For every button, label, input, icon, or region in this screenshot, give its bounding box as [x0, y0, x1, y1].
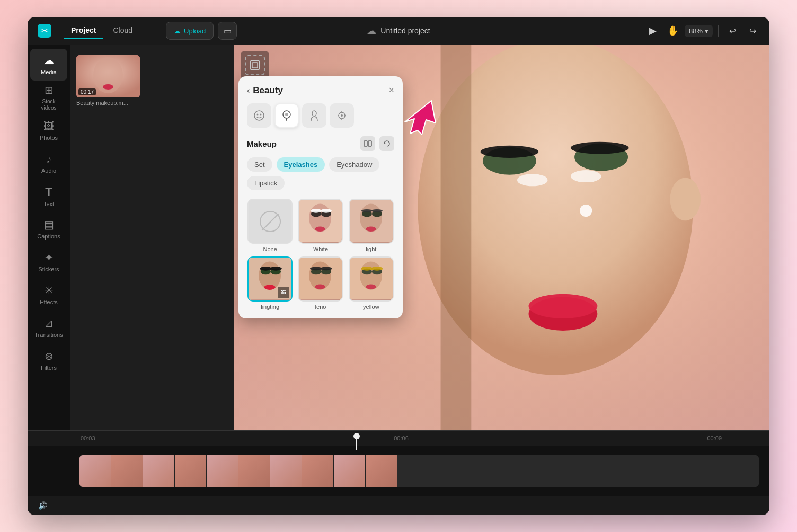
- timeline-tracks[interactable]: [28, 446, 769, 496]
- sidebar-item-effects[interactable]: ✳ Effects: [30, 279, 67, 311]
- sidebar-item-text[interactable]: T Text: [30, 180, 67, 212]
- makeup-item-none[interactable]: None: [247, 199, 293, 252]
- track-thumb-9: [334, 455, 366, 487]
- device-upload-button[interactable]: ▭: [218, 22, 237, 40]
- sidebar-label-photos: Photos: [40, 135, 58, 141]
- makeup-section-title: Makeup: [247, 139, 277, 148]
- sidebar-item-photos[interactable]: 🖼 Photos: [30, 114, 67, 146]
- audio-icon: ♪: [46, 153, 51, 165]
- yellow-face-svg: [350, 256, 393, 300]
- makeup-header: Makeup: [247, 136, 394, 151]
- sidebar-label-stock-videos: Stockvideos: [41, 99, 57, 111]
- transitions-icon: ⊿: [45, 317, 54, 330]
- text-icon: T: [45, 185, 52, 199]
- stickers-icon: ✦: [45, 251, 54, 264]
- zoom-control[interactable]: 88% ▾: [685, 25, 713, 37]
- captions-icon: ▤: [44, 218, 54, 231]
- timeline-area: 00:03 00:06 00:09 �: [28, 430, 769, 515]
- svg-rect-32: [368, 141, 371, 146]
- svg-point-20: [260, 114, 262, 116]
- edit-overlay-icon[interactable]: [278, 287, 289, 298]
- app-container: ✂ Project Cloud ☁ Upload ▭ ☁ Untitled pr…: [28, 17, 769, 515]
- sidebar-item-stickers[interactable]: ✦ Stickers: [30, 246, 67, 278]
- svg-rect-31: [364, 141, 367, 146]
- undo-button[interactable]: ↩: [724, 22, 741, 39]
- beauty-back-button[interactable]: ‹ Beauty: [247, 85, 283, 96]
- preview-canvas: Ratio ‹ Beauty ×: [234, 45, 769, 430]
- svg-rect-17: [252, 63, 258, 68]
- light-face-svg: [350, 199, 393, 243]
- svg-point-45: [371, 209, 383, 212]
- project-title[interactable]: Untitled project: [380, 26, 430, 35]
- sidebar-item-media[interactable]: ☁ Media: [30, 49, 67, 81]
- tab-cloud[interactable]: Cloud: [105, 23, 140, 39]
- upload-button[interactable]: ☁ Upload: [166, 22, 214, 40]
- sidebar-item-captions[interactable]: ▤ Captions: [30, 213, 67, 245]
- ruler-marks: 00:03 00:06 00:09: [81, 435, 722, 441]
- svg-point-53: [264, 285, 276, 290]
- makeup-item-lingting[interactable]: lingting: [247, 256, 293, 310]
- sliders-icon: [280, 289, 287, 296]
- filter-eyeshadow[interactable]: Eyeshadow: [329, 157, 379, 172]
- makeup-item-yellow[interactable]: yellow: [348, 256, 394, 310]
- svg-point-39: [315, 226, 325, 232]
- makeup-face-yellow: [350, 258, 393, 300]
- makeup-item-white[interactable]: White: [297, 199, 343, 252]
- beauty-cat-body[interactable]: [302, 103, 326, 128]
- top-bar: ✂ Project Cloud ☁ Upload ▭ ☁ Untitled pr…: [28, 17, 769, 45]
- makeup-face-white: [299, 200, 342, 243]
- svg-rect-14: [441, 45, 472, 430]
- reset-icon: [383, 139, 391, 148]
- ruler-mark-1: 00:06: [394, 435, 409, 441]
- tab-project[interactable]: Project: [64, 23, 103, 39]
- svg-point-56: [282, 290, 284, 292]
- filter-set[interactable]: Set: [247, 157, 272, 172]
- hand-tool-button[interactable]: ✋: [665, 22, 681, 39]
- makeup-face-light: [350, 200, 393, 243]
- sidebar-item-audio[interactable]: ♪ Audio: [30, 147, 67, 179]
- sidebar-item-transitions[interactable]: ⊿ Transitions: [30, 312, 67, 343]
- sidebar-item-stock-videos[interactable]: ⊞ Stockvideos: [30, 82, 67, 113]
- toolbar-divider: [718, 25, 719, 37]
- leno-face-svg: [299, 256, 342, 300]
- makeup-face-leno: [299, 258, 342, 300]
- play-mode-button[interactable]: ▶: [644, 22, 661, 39]
- playhead[interactable]: [356, 435, 357, 450]
- volume-icon[interactable]: 🔊: [38, 501, 47, 510]
- makeup-thumb-yellow: [349, 256, 394, 302]
- makeup-label-leno: leno: [315, 304, 326, 310]
- beauty-cat-makeup[interactable]: [274, 103, 299, 128]
- beauty-cat-style[interactable]: [330, 103, 354, 128]
- track-thumb-2: [111, 455, 143, 487]
- makeup-thumb-leno: [298, 256, 343, 302]
- makeup-actions: [360, 136, 394, 151]
- svg-point-19: [257, 114, 259, 116]
- filters-icon: ⊛: [45, 350, 54, 362]
- track-thumb-6: [238, 455, 270, 487]
- redo-button[interactable]: ↪: [744, 22, 761, 39]
- media-icon: ☁: [43, 54, 54, 67]
- makeup-cat-icon: [280, 109, 293, 122]
- filter-lipstick[interactable]: Lipstick: [247, 176, 285, 190]
- sidebar-label-audio: Audio: [41, 167, 56, 174]
- beauty-cat-face[interactable]: [247, 103, 271, 128]
- filter-eyelashes[interactable]: Eyelashes: [277, 157, 325, 172]
- none-circle-icon: [260, 211, 281, 232]
- beauty-close-button[interactable]: ×: [388, 85, 394, 96]
- track-thumb-8: [302, 455, 334, 487]
- makeup-item-light[interactable]: light: [348, 199, 394, 252]
- svg-rect-23: [286, 118, 287, 121]
- svg-point-46: [366, 226, 376, 232]
- cloud-save-icon: ☁: [367, 25, 376, 37]
- face-cat-icon: [253, 109, 265, 122]
- track-thumb-3: [143, 455, 175, 487]
- media-thumbnail-item[interactable]: 00:17 Beauty makeup.m...: [76, 55, 227, 106]
- makeup-item-leno[interactable]: leno: [297, 256, 343, 310]
- sidebar-item-filters[interactable]: ⊛ Filters: [30, 344, 67, 376]
- video-track[interactable]: [79, 455, 759, 487]
- svg-point-24: [312, 111, 316, 116]
- logo-button[interactable]: ✂: [36, 22, 53, 39]
- compare-button[interactable]: [360, 136, 375, 151]
- ratio-icon-box: [245, 55, 265, 75]
- reset-button[interactable]: [379, 136, 394, 151]
